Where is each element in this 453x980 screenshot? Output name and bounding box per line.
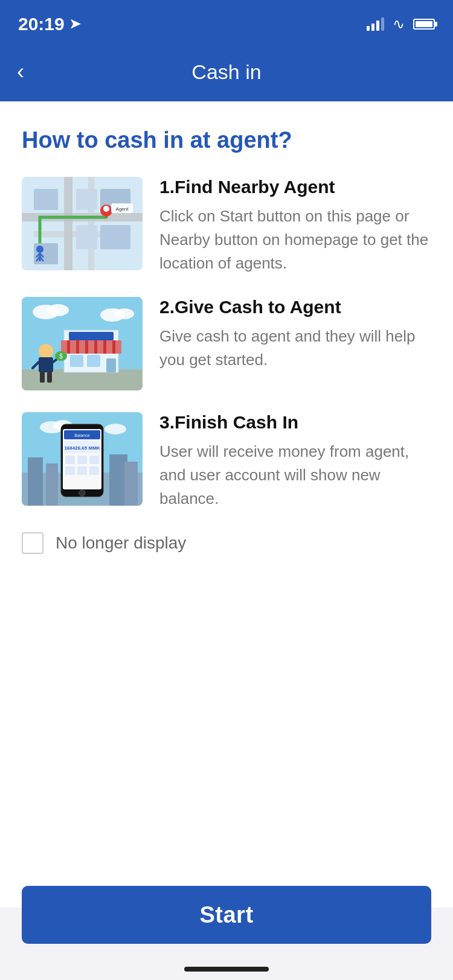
step-1-image: Agent — [22, 177, 143, 270]
start-button-container: Start — [0, 886, 453, 944]
status-bar: 20:19 ➤ ∿ — [0, 0, 453, 48]
svg-point-11 — [36, 246, 43, 253]
svg-rect-35 — [106, 340, 112, 354]
svg-text:Balance: Balance — [74, 433, 89, 438]
svg-text:Agent: Agent — [116, 206, 129, 212]
svg-rect-32 — [79, 340, 85, 354]
svg-rect-42 — [39, 357, 53, 372]
svg-rect-36 — [115, 340, 121, 354]
step-2-title: 2.Give Cash to Agent — [159, 297, 431, 317]
step-3-content: 3.Finish Cash In User will receive money… — [159, 412, 431, 511]
svg-rect-68 — [77, 466, 87, 475]
start-button[interactable]: Start — [22, 886, 431, 944]
battery-icon — [413, 19, 435, 30]
svg-rect-51 — [28, 457, 43, 506]
store-illustration: $ — [22, 297, 143, 390]
no-longer-display-row: No longer display — [22, 532, 431, 554]
svg-rect-48 — [47, 372, 52, 383]
svg-rect-65 — [77, 456, 87, 464]
step-1-description: Click on Start button on this page or Ne… — [159, 205, 431, 275]
time-display: 20:19 — [18, 14, 65, 34]
nav-bar: ‹ Cash in — [0, 48, 453, 101]
step-3-image: Balance 168426.65 MMK — [22, 412, 143, 506]
svg-rect-39 — [106, 358, 116, 372]
step-3-description: User will receive money from agent, and … — [159, 440, 431, 511]
svg-point-41 — [39, 344, 53, 358]
status-icons: ∿ — [367, 16, 435, 33]
svg-rect-52 — [46, 463, 58, 506]
svg-text:$: $ — [59, 353, 63, 360]
svg-point-26 — [115, 308, 134, 319]
svg-rect-5 — [34, 189, 58, 210]
svg-rect-54 — [124, 462, 138, 506]
signal-icon — [367, 18, 384, 31]
back-button[interactable]: ‹ — [17, 61, 24, 83]
step-2-description: Give cash to agent and they will help yo… — [159, 325, 431, 372]
svg-rect-2 — [64, 177, 72, 270]
step-2-content: 2.Give Cash to Agent Give cash to agent … — [159, 297, 431, 372]
home-indicator — [184, 967, 269, 972]
svg-rect-9 — [100, 225, 130, 249]
svg-rect-40 — [69, 332, 114, 340]
svg-rect-10 — [34, 243, 58, 264]
svg-text:168426.65 MMK: 168426.65 MMK — [64, 445, 100, 451]
map-illustration: Agent — [22, 177, 143, 270]
svg-point-18 — [103, 206, 109, 212]
svg-rect-38 — [87, 355, 100, 367]
svg-point-24 — [47, 304, 69, 316]
step-2-image: $ — [22, 297, 143, 390]
location-arrow-icon: ➤ — [69, 16, 80, 32]
no-longer-display-label: No longer display — [56, 533, 186, 553]
section-heading: How to cash in at agent? — [22, 126, 431, 155]
step-1-content: 1.Find Nearby Agent Click on Start butto… — [159, 177, 431, 275]
status-time: 20:19 ➤ — [18, 14, 80, 34]
step-1-title: 1.Find Nearby Agent — [159, 177, 431, 197]
svg-rect-8 — [76, 225, 97, 249]
step-3-item: Balance 168426.65 MMK 3.Finish Cash In U… — [22, 412, 431, 511]
svg-point-57 — [104, 424, 126, 434]
phone-illustration: Balance 168426.65 MMK — [22, 412, 143, 506]
wifi-icon: ∿ — [393, 16, 405, 33]
svg-rect-66 — [89, 456, 99, 464]
svg-rect-6 — [76, 189, 97, 210]
step-2-item: $ 2.Give Cash to Agent Give cash to agen… — [22, 297, 431, 390]
svg-rect-31 — [70, 340, 76, 354]
step-3-title: 3.Finish Cash In — [159, 412, 431, 433]
no-longer-display-checkbox[interactable] — [22, 532, 43, 554]
svg-rect-33 — [88, 340, 94, 354]
step-1-item: Agent 1.Find Nearby Agent Click on Start… — [22, 177, 431, 275]
svg-rect-67 — [65, 466, 75, 475]
svg-rect-47 — [40, 372, 45, 383]
page-title: Cash in — [191, 60, 261, 84]
main-content: How to cash in at agent? — [0, 101, 453, 908]
svg-rect-37 — [70, 355, 83, 367]
svg-point-70 — [79, 490, 85, 496]
svg-rect-64 — [65, 456, 75, 464]
svg-rect-69 — [89, 466, 99, 475]
svg-rect-34 — [97, 340, 103, 354]
